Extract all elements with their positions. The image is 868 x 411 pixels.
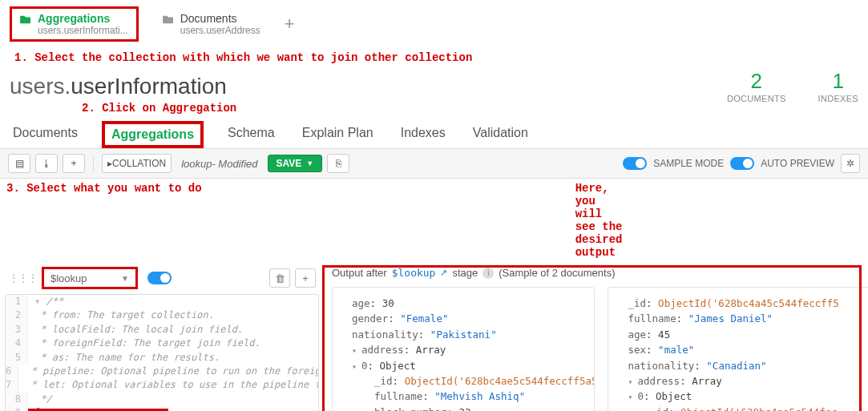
chevron-down-icon: ▼ xyxy=(306,159,313,167)
output-document: age: 30 gender: "Female" nationality: "P… xyxy=(332,287,595,411)
pipeline-toolbar: ▤ ⭳ + ▸ COLLATION lookup- Modified SAVE▼… xyxy=(0,148,868,179)
folder-icon xyxy=(20,14,31,24)
collection-name: userInformation xyxy=(71,74,227,99)
delete-stage-button[interactable]: 🗑 xyxy=(269,268,290,288)
toggle-sidebar-button[interactable]: ▤ xyxy=(8,154,30,173)
output-document: _id: ObjectId('628bc4a45c544feccff5 full… xyxy=(608,287,868,411)
sub-tabs: Documents Aggregations Schema Explain Pl… xyxy=(0,116,868,148)
stat-documents: 2 DOCUMENTS xyxy=(727,69,786,103)
stage-header: ⋮⋮⋮ $lookup ▼ 🗑 + xyxy=(5,262,319,294)
settings-button[interactable]: ✲ xyxy=(841,154,860,173)
collapse-icon[interactable]: ▾ xyxy=(352,361,360,373)
annotation-output: Here, you will see the desired output xyxy=(202,182,623,259)
file-tab-documents[interactable]: Documents users.userAddress xyxy=(155,9,268,39)
file-tab-title: Documents xyxy=(180,12,260,25)
file-tab-title: Aggregations xyxy=(38,12,128,25)
drag-handle-icon[interactable]: ⋮⋮⋮ xyxy=(8,272,37,284)
new-pipeline-button[interactable]: + xyxy=(63,154,85,173)
folder-icon xyxy=(163,14,174,24)
sample-mode-toggle[interactable] xyxy=(623,157,647,170)
info-icon[interactable]: i xyxy=(482,268,494,279)
pipeline-name: lookup- Modified xyxy=(176,158,262,170)
tab-aggregations[interactable]: Aggregations xyxy=(102,121,204,148)
chevron-down-icon: ▼ xyxy=(121,274,129,283)
collapse-icon[interactable]: ▾ xyxy=(352,345,360,357)
stage-select[interactable]: $lookup ▼ xyxy=(42,267,138,289)
sample-mode-label: SAMPLE MODE xyxy=(653,158,724,169)
tab-explain-plan[interactable]: Explain Plan xyxy=(299,121,377,148)
tab-validation[interactable]: Validation xyxy=(470,121,531,148)
auto-preview-label: AUTO PREVIEW xyxy=(761,158,834,169)
tab-documents[interactable]: Documents xyxy=(10,121,81,148)
stat-indexes: 1 INDEXES xyxy=(818,69,858,103)
file-tab-aggregations[interactable]: Aggregations users.userInformati... xyxy=(10,6,139,42)
export-button[interactable]: ⭳ xyxy=(35,154,58,173)
output-header: Output after $lookup↗ stage i (Sample of… xyxy=(332,267,868,279)
file-tabs: Aggregations users.userInformati... Docu… xyxy=(0,0,868,51)
file-tab-subtitle: users.userAddress xyxy=(180,25,260,36)
file-tab-subtitle: users.userInformati... xyxy=(38,25,128,36)
add-stage-button[interactable]: + xyxy=(295,268,316,288)
annotation-2: 2. Click on Aggregation xyxy=(0,102,868,115)
collation-button[interactable]: ▸ COLLATION xyxy=(102,154,172,173)
open-saved-button[interactable]: ⎘ xyxy=(327,154,349,173)
collapse-icon[interactable]: ▾ xyxy=(628,391,636,404)
tab-schema[interactable]: Schema xyxy=(224,121,278,148)
stage-link[interactable]: $lookup xyxy=(392,267,436,279)
collapse-icon[interactable]: ▾ xyxy=(628,376,636,389)
tab-indexes[interactable]: Indexes xyxy=(398,121,449,148)
stage-enable-toggle[interactable] xyxy=(147,272,172,284)
namespace-title: users.userInformation xyxy=(10,74,227,99)
annotation-3: 3. Select what you want to do xyxy=(0,179,202,259)
save-button[interactable]: SAVE▼ xyxy=(268,155,323,172)
new-tab-button[interactable]: + xyxy=(285,15,295,33)
stage-editor[interactable]: 1▾ /**2 * from: The target collection.3 … xyxy=(5,294,319,411)
auto-preview-toggle[interactable] xyxy=(730,157,754,170)
external-link-icon: ↗ xyxy=(440,268,447,278)
db-name: users xyxy=(10,74,64,99)
annotation-1: 1. Select the collection with which we w… xyxy=(0,51,868,64)
